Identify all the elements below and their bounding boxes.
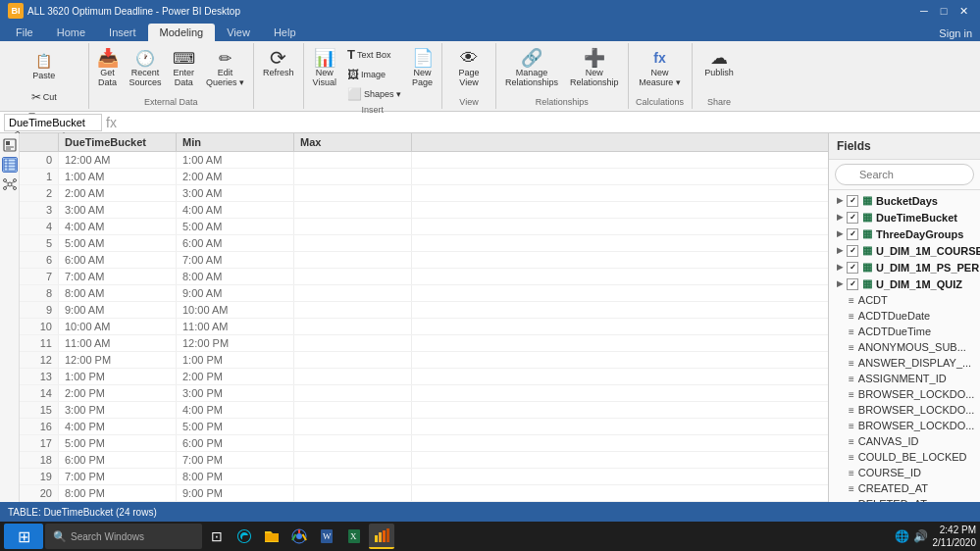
table-row[interactable]: 8 8:00 AM 9:00 AM — [20, 285, 828, 302]
field-item[interactable]: ≡ ANSWER_DISPLAY_... — [829, 355, 980, 371]
field-item[interactable]: ▶ ✓ ▦ BucketDays — [829, 192, 980, 209]
table-row[interactable]: 0 12:00 AM 1:00 AM — [20, 152, 828, 169]
table-row[interactable]: 18 6:00 PM 7:00 PM — [20, 452, 828, 469]
taskbar-search[interactable]: 🔍 Search Windows — [45, 524, 202, 549]
recent-sources-button[interactable]: 🕐 RecentSources — [125, 45, 167, 91]
tab-modeling[interactable]: Modeling — [148, 24, 216, 41]
taskbar-explorer[interactable] — [259, 524, 284, 549]
field-item[interactable]: ≡ ACDTDueTime — [829, 324, 980, 339]
image-button[interactable]: 🖼 Image — [343, 66, 405, 83]
tab-view[interactable]: View — [215, 24, 262, 41]
fields-search-input[interactable] — [835, 164, 974, 185]
tab-home[interactable]: Home — [45, 24, 97, 41]
table-row[interactable]: 10 10:00 AM 11:00 AM — [20, 319, 828, 335]
fields-list: ▶ ✓ ▦ BucketDays ▶ ✓ ▦ DueTimeBucket ▶ ✓… — [829, 190, 980, 502]
taskbar-edge[interactable] — [232, 524, 257, 549]
cell-reference-input[interactable] — [4, 114, 102, 131]
table-row[interactable]: 1 1:00 AM 2:00 AM — [20, 169, 828, 185]
taskbar-task-view[interactable]: ⊡ — [204, 524, 230, 549]
shapes-button[interactable]: ⬜ Shapes ▾ — [343, 85, 405, 103]
field-item[interactable]: ≡ COULD_BE_LOCKED — [829, 449, 980, 465]
close-button[interactable]: ✕ — [954, 2, 972, 20]
network-icon[interactable]: 🌐 — [894, 529, 910, 543]
edit-queries-button[interactable]: ✏ EditQueries ▾ — [201, 45, 249, 91]
table-row[interactable]: 19 7:00 PM 8:00 PM — [20, 469, 828, 485]
taskbar-chrome[interactable] — [286, 524, 312, 549]
table-row[interactable]: 7 7:00 AM 8:00 AM — [20, 269, 828, 285]
table-row[interactable]: 5 5:00 AM 6:00 AM — [20, 235, 828, 252]
table-row[interactable]: 20 8:00 PM 9:00 PM — [20, 485, 828, 502]
row-index: 0 — [20, 152, 59, 168]
field-label: U_DIM_1M_COURSE — [876, 245, 980, 257]
ribbon-group-external-data-content: 📥 GetData 🕐 RecentSources ⌨ EnterData ✏ … — [93, 45, 250, 95]
table-row[interactable]: 9 9:00 AM 10:00 AM — [20, 302, 828, 319]
table-row[interactable]: 3 3:00 AM 4:00 AM — [20, 202, 828, 219]
cut-button[interactable]: ✂ Cut — [27, 88, 61, 106]
checkbox-icon: ✓ — [847, 278, 858, 290]
field-item[interactable]: ≡ CANVAS_ID — [829, 433, 980, 449]
start-button[interactable]: ⊞ — [4, 524, 43, 549]
paste-button[interactable]: 📋 Paste — [27, 45, 60, 86]
field-item[interactable]: ▶ ✓ ▦ U_DIM_1M_COURSE — [829, 242, 980, 259]
data-view-button[interactable] — [2, 157, 18, 173]
table-row[interactable]: 12 12:00 PM 1:00 PM — [20, 352, 828, 369]
field-item[interactable]: ▶ ✓ ▦ DueTimeBucket — [829, 209, 980, 225]
new-visual-button[interactable]: 📊 NewVisual — [308, 45, 341, 91]
table-row[interactable]: 4 4:00 AM 5:00 AM — [20, 219, 828, 235]
new-relationship-button[interactable]: ➕ NewRelationship — [565, 45, 624, 91]
svg-point-12 — [3, 187, 6, 190]
publish-button[interactable]: ☁ Publish — [699, 45, 739, 81]
table-row[interactable]: 16 4:00 PM 5:00 PM — [20, 419, 828, 435]
tab-file[interactable]: File — [4, 24, 45, 41]
system-clock[interactable]: 2:42 PM 2/11/2020 — [933, 524, 977, 549]
field-item[interactable]: ≡ ACDT — [829, 292, 980, 308]
table-row[interactable]: 6 6:00 AM 7:00 AM — [20, 252, 828, 269]
enter-data-button[interactable]: ⌨ EnterData — [169, 45, 200, 91]
row-index: 14 — [20, 385, 59, 401]
get-data-button[interactable]: 📥 GetData — [93, 45, 123, 91]
manage-relationships-button[interactable]: 🔗 ManageRelationships — [500, 45, 563, 91]
cell-duetimebucket: 4:00 PM — [59, 419, 177, 434]
table-row[interactable]: 17 5:00 PM 6:00 PM — [20, 435, 828, 452]
table-row[interactable]: 14 2:00 PM 3:00 PM — [20, 385, 828, 402]
title-bar: BI ALL 3620 Optimum Deadline - Power BI … — [0, 0, 980, 22]
table-row[interactable]: 2 2:00 AM 3:00 AM — [20, 185, 828, 202]
field-item[interactable]: ≡ ASSIGNMENT_ID — [829, 371, 980, 386]
refresh-button[interactable]: ⟳ Refresh — [258, 45, 299, 81]
field-item[interactable]: ≡ BROWSER_LOCKDO... — [829, 418, 980, 433]
taskbar-powerbi[interactable] — [369, 524, 394, 549]
maximize-button[interactable]: □ — [935, 2, 953, 20]
minimize-button[interactable]: ─ — [915, 2, 933, 20]
volume-icon[interactable]: 🔊 — [912, 529, 929, 543]
report-view-button[interactable] — [2, 137, 18, 153]
taskbar-excel[interactable]: X — [341, 524, 367, 549]
field-item[interactable]: ≡ CREATED_AT — [829, 480, 980, 496]
field-item[interactable]: ≡ BROWSER_LOCKDO... — [829, 402, 980, 418]
field-item[interactable]: ▶ ✓ ▦ ThreeDayGroups — [829, 225, 980, 242]
page-view-button[interactable]: 👁 PageView — [454, 45, 485, 91]
field-item[interactable]: ≡ DELETED_AT — [829, 496, 980, 502]
share-label: Share — [696, 97, 743, 107]
table-row[interactable]: 13 1:00 PM 2:00 PM — [20, 369, 828, 385]
field-item[interactable]: ▶ ✓ ▦ U_DIM_1M_PS_PER... — [829, 259, 980, 276]
field-item[interactable]: ≡ BROWSER_LOCKDO... — [829, 386, 980, 402]
model-view-button[interactable] — [2, 176, 18, 192]
field-item[interactable]: ≡ ACDTDueDate — [829, 308, 980, 324]
field-item[interactable]: ≡ ANONYMOUS_SUB... — [829, 339, 980, 355]
table-row[interactable]: 15 3:00 PM 4:00 PM — [20, 402, 828, 419]
new-measure-button[interactable]: fx NewMeasure ▾ — [634, 45, 686, 91]
ribbon-group-calculations: fx NewMeasure ▾ Calculations — [629, 43, 693, 109]
field-item[interactable]: ≡ COURSE_ID — [829, 465, 980, 480]
new-page-button[interactable]: 📄 NewPage — [407, 45, 438, 91]
field-label: ANSWER_DISPLAY_... — [858, 357, 971, 369]
sign-in-link[interactable]: Sign in — [939, 27, 972, 39]
tab-help[interactable]: Help — [262, 24, 308, 41]
cell-max — [294, 435, 412, 451]
formula-bar: fx — [0, 112, 980, 133]
formula-input[interactable] — [121, 114, 976, 131]
text-box-button[interactable]: T Text Box — [343, 45, 405, 64]
field-item[interactable]: ▶ ✓ ▦ U_DIM_1M_QUIZ — [829, 276, 980, 292]
tab-insert[interactable]: Insert — [97, 24, 148, 41]
table-row[interactable]: 11 11:00 AM 12:00 PM — [20, 335, 828, 352]
taskbar-word[interactable]: W — [314, 524, 339, 549]
